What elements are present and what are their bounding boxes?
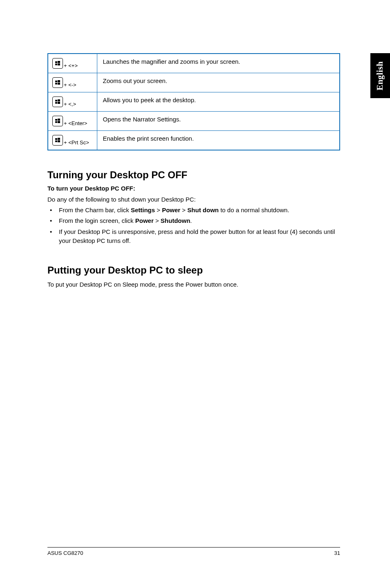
shortcut-key-cell: + <,> <box>48 92 97 112</box>
shortcut-table: + <+>Launches the magnifier and zooms in… <box>47 53 340 150</box>
svg-rect-18 <box>55 141 57 142</box>
svg-rect-8 <box>55 100 57 101</box>
svg-rect-3 <box>58 63 60 65</box>
table-row: + <Prt Sc>Enables the print screen funct… <box>48 131 340 150</box>
shortcut-desc-cell: Enables the print screen function. <box>97 131 340 150</box>
windows-key-icon <box>52 135 63 146</box>
list-item: If your Desktop PC is unresponsive, pres… <box>47 227 340 246</box>
svg-rect-6 <box>55 83 57 85</box>
svg-rect-19 <box>58 140 60 142</box>
shortcut-desc-cell: Zooms out your screen. <box>97 73 340 92</box>
section-sleep-body: To put your Desktop PC on Sleep mode, pr… <box>47 280 340 289</box>
language-tab: English <box>370 53 390 98</box>
section-off-heading: Turning your Desktop PC OFF <box>47 169 340 181</box>
page-content: + <+>Launches the magnifier and zooms in… <box>47 53 340 291</box>
svg-rect-10 <box>55 102 57 104</box>
windows-key-icon <box>52 97 63 107</box>
language-label: English <box>375 61 386 90</box>
svg-rect-11 <box>58 102 60 104</box>
shortcut-key-cell: + <Prt Sc> <box>48 131 97 150</box>
table-row: + <Enter>Opens the Narrator Settings. <box>48 112 340 131</box>
svg-rect-13 <box>58 119 60 121</box>
windows-key-icon <box>52 116 63 126</box>
windows-key-icon <box>52 77 63 88</box>
svg-rect-7 <box>58 83 60 85</box>
page-footer: ASUS CG8270 31 <box>47 547 340 556</box>
footer-product: ASUS CG8270 <box>47 550 83 556</box>
shortcut-desc-cell: Allows you to peek at the desktop. <box>97 92 340 112</box>
svg-rect-9 <box>58 99 60 101</box>
shortcut-key-suffix: + <Prt Sc> <box>64 139 89 146</box>
shortcut-desc-cell: Launches the magnifier and zooms in your… <box>97 54 340 73</box>
svg-rect-2 <box>55 64 57 65</box>
shortcut-key-cell: + <-> <box>48 73 97 92</box>
shortcut-key-suffix: + <Enter> <box>64 120 87 126</box>
section-off-intro: Do any of the following to shut down you… <box>47 195 340 204</box>
svg-rect-5 <box>58 80 60 82</box>
table-row: + <+>Launches the magnifier and zooms in… <box>48 54 340 73</box>
section-off-sub: To turn your Desktop PC OFF: <box>47 185 340 192</box>
svg-rect-16 <box>55 138 57 140</box>
section-sleep-heading: Putting your Desktop PC to sleep <box>47 265 340 276</box>
shortcut-key-suffix: + <+> <box>64 63 78 69</box>
shortcut-key-cell: + <+> <box>48 54 97 73</box>
list-item: From the login screen, click Power > Shu… <box>47 216 340 226</box>
windows-key-icon <box>52 58 63 69</box>
shortcut-key-cell: + <Enter> <box>48 112 97 131</box>
footer-page-number: 31 <box>334 550 340 556</box>
svg-rect-14 <box>55 121 57 123</box>
table-row: + <,>Allows you to peek at the desktop. <box>48 92 340 112</box>
svg-rect-1 <box>58 61 60 63</box>
list-item: From the Charm bar, click Settings > Pow… <box>47 206 340 215</box>
svg-rect-4 <box>55 81 57 82</box>
shortcut-key-suffix: + <-> <box>64 82 76 88</box>
svg-rect-12 <box>55 119 57 121</box>
svg-rect-17 <box>58 138 60 140</box>
shortcut-key-suffix: + <,> <box>64 101 76 107</box>
svg-rect-0 <box>55 61 57 63</box>
shortcut-desc-cell: Opens the Narrator Settings. <box>97 112 340 131</box>
section-off-bullets: From the Charm bar, click Settings > Pow… <box>47 206 340 246</box>
table-row: + <->Zooms out your screen. <box>48 73 340 92</box>
svg-rect-15 <box>58 121 60 123</box>
